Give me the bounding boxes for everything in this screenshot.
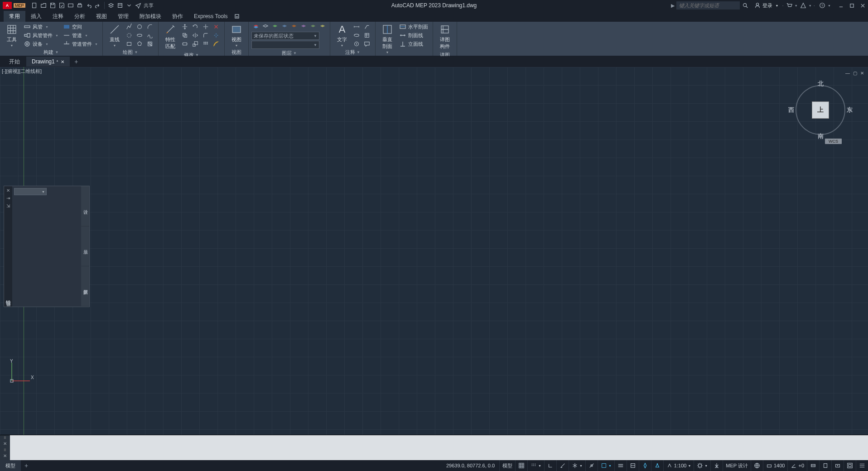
search-icon[interactable] xyxy=(740,0,751,11)
status-dyn-icon[interactable] xyxy=(639,460,651,471)
pipe-button[interactable]: 管道▼ xyxy=(61,31,100,39)
move-icon[interactable] xyxy=(180,23,189,31)
rect-icon[interactable] xyxy=(125,40,134,48)
viewcube-west[interactable]: 西 xyxy=(788,106,794,114)
status-clean-icon[interactable] xyxy=(844,460,856,471)
doc-tab-drawing1[interactable]: Drawing1*✕ xyxy=(26,57,70,67)
ribbon-overflow-icon[interactable] xyxy=(233,11,241,22)
tab-insert[interactable]: 插入 xyxy=(25,11,47,22)
autodesk-icon[interactable] xyxy=(798,0,809,11)
fillet-icon[interactable] xyxy=(201,31,210,39)
status-lwt-icon[interactable] xyxy=(614,460,627,471)
mirror-icon[interactable] xyxy=(191,31,200,39)
status-scale[interactable]: 1:100▼ xyxy=(663,460,694,471)
revcloud-icon[interactable] xyxy=(352,40,361,48)
viewport-label[interactable]: [-][俯视][二维线框] xyxy=(2,68,42,75)
cart-icon[interactable] xyxy=(784,0,795,11)
command-line[interactable]: ⠿✕ ⠿✕ xyxy=(0,435,868,460)
layer-state-combo[interactable]: 未保存的图层状态▼ xyxy=(251,32,319,40)
props-tab-extdata[interactable]: 扩展数据 xyxy=(81,266,89,307)
annot2-icon[interactable] xyxy=(362,40,371,48)
help-icon[interactable]: ? xyxy=(817,0,828,11)
ellipse-icon[interactable] xyxy=(125,31,134,39)
elev-line-button[interactable]: 立面线 xyxy=(397,40,430,48)
copy-icon[interactable] xyxy=(180,31,189,39)
drawing-area[interactable]: [-][俯视][二维线框] — ▢ ✕ 北 南 东 西 上 WCS ✕ ⇥ ⇲ … xyxy=(0,67,868,435)
hsection-button[interactable]: 水平剖面 xyxy=(397,23,430,31)
cmd-close-icon-2[interactable]: ✕ xyxy=(3,453,7,458)
tab-annotate[interactable]: 注释 xyxy=(47,11,69,22)
new-doc-button[interactable]: + xyxy=(71,58,82,65)
equipment-button[interactable]: 设备▼ xyxy=(22,40,60,48)
match-props-button[interactable]: 特性 匹配 xyxy=(161,23,179,51)
palette-menu-icon[interactable]: ⇲ xyxy=(6,203,10,208)
status-hardware-icon[interactable] xyxy=(831,460,844,471)
qat-redo-icon[interactable] xyxy=(93,1,102,10)
props-tab-design[interactable]: 设计 xyxy=(81,186,89,226)
scale-icon[interactable] xyxy=(191,40,200,48)
erase-icon[interactable] xyxy=(212,23,221,31)
layer-prev-icon[interactable] xyxy=(309,23,318,31)
close-button[interactable] xyxy=(857,0,868,11)
tools-button[interactable]: 工具▼ xyxy=(3,23,21,48)
qat-send-icon[interactable] xyxy=(134,1,143,10)
layout-tab-model[interactable]: 模型 xyxy=(0,460,21,471)
viewcube-south[interactable]: 南 xyxy=(818,132,824,140)
qat-new-icon[interactable] xyxy=(30,1,39,10)
polygon-icon[interactable] xyxy=(135,40,144,48)
palette-pin-icon[interactable]: ⇥ xyxy=(6,196,10,201)
tab-home[interactable]: 常用 xyxy=(4,11,25,22)
status-coords[interactable]: 29639.0, 80772.6, 0.0 xyxy=(442,463,499,468)
layer-off-icon[interactable] xyxy=(261,23,270,31)
layer-match-icon[interactable] xyxy=(299,23,308,31)
status-elev[interactable]: 1400 xyxy=(763,460,787,471)
login-button[interactable]: 登录▼ xyxy=(751,2,782,9)
vp-close-icon[interactable]: ✕ xyxy=(859,70,865,76)
status-clip-icon[interactable] xyxy=(819,460,831,471)
qat-plot-icon[interactable] xyxy=(75,1,84,10)
table-icon[interactable] xyxy=(352,31,361,39)
layer-freeze-icon[interactable] xyxy=(280,23,289,31)
status-model[interactable]: 模型 xyxy=(499,460,515,471)
qat-expand-icon[interactable] xyxy=(125,1,134,10)
maximize-button[interactable] xyxy=(846,0,857,11)
qat-save-icon[interactable] xyxy=(48,1,57,10)
tab-express[interactable]: Express Tools xyxy=(188,11,233,22)
minimize-button[interactable] xyxy=(835,0,846,11)
tab-view[interactable]: 视图 xyxy=(91,11,112,22)
doc-tab-start[interactable]: 开始 xyxy=(4,57,25,67)
layer-iso-icon[interactable] xyxy=(270,23,280,31)
layer-lock-icon[interactable] xyxy=(289,23,299,31)
tab-addins[interactable]: 附加模块 xyxy=(134,11,167,22)
tab-manage[interactable]: 管理 xyxy=(112,11,134,22)
duct-button[interactable]: 风管▼ xyxy=(22,23,60,31)
vp-maximize-icon[interactable]: ▢ xyxy=(852,70,858,76)
stretch-icon[interactable] xyxy=(180,40,189,48)
layer-state-icon[interactable] xyxy=(318,23,327,31)
layer-current-combo[interactable]: ▼ xyxy=(251,41,319,49)
status-polar-icon[interactable] xyxy=(556,460,569,471)
status-annoscale-icon[interactable] xyxy=(651,460,663,471)
polyline-icon[interactable] xyxy=(125,23,134,31)
cmd-close-icon[interactable]: ✕ xyxy=(3,441,7,446)
ucs-icon[interactable]: XY xyxy=(7,358,34,387)
wcs-label[interactable]: WCS xyxy=(825,139,842,144)
vp-minimize-icon[interactable]: — xyxy=(844,70,851,76)
arc-icon[interactable] xyxy=(145,23,154,31)
section-line-button[interactable]: 剖面线 xyxy=(397,31,430,39)
rotate-icon[interactable] xyxy=(191,23,200,31)
props-object-combo[interactable]: ▼ xyxy=(14,188,47,195)
status-globe-icon[interactable] xyxy=(751,460,763,471)
viewcube-east[interactable]: 东 xyxy=(847,106,853,114)
status-osnap-icon[interactable] xyxy=(585,460,598,471)
duct-fitting-button[interactable]: 风管管件▼ xyxy=(22,31,60,39)
dim-icon[interactable] xyxy=(352,23,361,31)
status-snap-icon[interactable]: ▼ xyxy=(527,460,544,471)
qat-undo-icon[interactable] xyxy=(84,1,93,10)
space-button[interactable]: 空间 xyxy=(61,23,100,31)
props-tab-display[interactable]: 显示 xyxy=(81,226,89,267)
tab-analyze[interactable]: 分析 xyxy=(69,11,91,22)
leader-icon[interactable] xyxy=(362,23,371,31)
detail-button[interactable]: 详图 构件 xyxy=(436,23,454,51)
viewcube-north[interactable]: 北 xyxy=(818,80,824,88)
